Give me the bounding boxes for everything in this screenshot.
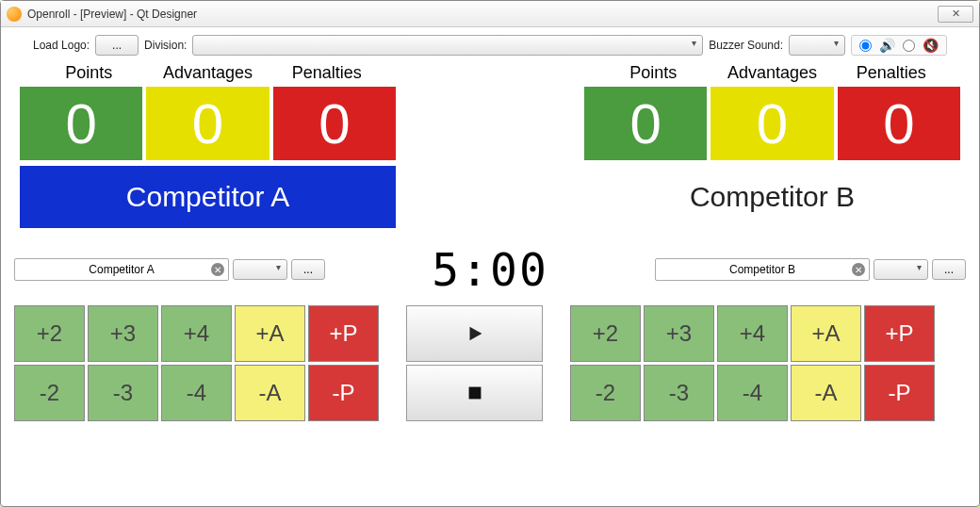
competitor-a-panel: Points Advantages Penalties 0 0 0 Compet… [20, 63, 396, 228]
b-minusP[interactable]: -P [864, 365, 935, 421]
sound-off-radio[interactable] [903, 40, 915, 52]
stop-icon [465, 383, 485, 403]
buzzer-label: Buzzer Sound: [709, 39, 783, 52]
b-plusA[interactable]: +A [791, 305, 861, 362]
window-title: Openroll - [Preview] - Qt Designer [27, 8, 197, 21]
svg-rect-1 [468, 387, 481, 400]
clear-a-icon[interactable]: ✕ [211, 263, 224, 276]
sound-off-icon: 🔇 [923, 38, 939, 53]
stop-button[interactable] [406, 365, 543, 421]
competitor-a-name: Competitor A [20, 166, 396, 228]
competitor-b-input-group: Competitor B ✕ ... [655, 258, 966, 281]
competitor-a-input[interactable]: Competitor A ✕ [14, 258, 229, 281]
buzzer-select[interactable] [789, 35, 845, 56]
a-plus4[interactable]: +4 [161, 305, 232, 362]
advantages-b: 0 [710, 87, 833, 160]
a-plus2[interactable]: +2 [14, 305, 85, 362]
penalties-header-b: Penalties [832, 63, 951, 83]
app-window: Openroll - [Preview] - Qt Designer ✕ Loa… [0, 0, 980, 507]
points-b: 0 [584, 87, 707, 160]
titlebar: Openroll - [Preview] - Qt Designer ✕ [1, 1, 979, 27]
a-plus3[interactable]: +3 [88, 305, 158, 362]
competitor-b-name: Competitor B [584, 166, 960, 228]
top-toolbar: Load Logo: ... Division: Buzzer Sound: 🔊… [14, 35, 966, 56]
b-plusP[interactable]: +P [864, 305, 935, 362]
competitor-b-panel: Points Advantages Penalties 0 0 0 Compet… [584, 63, 960, 228]
division-label: Division: [144, 39, 187, 52]
timer-display: 5:00 [333, 243, 647, 296]
a-minusA[interactable]: -A [235, 365, 305, 421]
svg-marker-0 [469, 327, 482, 341]
load-logo-button[interactable]: ... [95, 35, 139, 56]
points-a: 0 [20, 87, 142, 160]
a-minus4[interactable]: -4 [161, 365, 232, 421]
competitor-a-flag-select[interactable] [233, 259, 287, 280]
competitor-a-browse[interactable]: ... [291, 259, 325, 280]
clear-b-icon[interactable]: ✕ [852, 263, 865, 276]
competitor-a-input-text: Competitor A [89, 263, 154, 276]
b-minus3[interactable]: -3 [644, 365, 714, 421]
points-header-b: Points [594, 63, 712, 83]
advantages-a: 0 [146, 87, 269, 160]
play-icon [465, 323, 485, 344]
sound-on-icon: 🔊 [879, 38, 895, 53]
app-icon [7, 7, 22, 22]
b-minus4[interactable]: -4 [717, 365, 788, 421]
a-minusP[interactable]: -P [308, 365, 379, 421]
b-plus4[interactable]: +4 [717, 305, 788, 362]
load-logo-label: Load Logo: [33, 39, 90, 52]
division-select[interactable] [192, 35, 703, 56]
a-plusP[interactable]: +P [308, 305, 379, 362]
penalties-b: 0 [838, 87, 960, 160]
close-button[interactable]: ✕ [938, 6, 973, 23]
advantages-header-b: Advantages [712, 63, 831, 83]
a-minus3[interactable]: -3 [88, 365, 158, 421]
b-minus2[interactable]: -2 [570, 365, 641, 421]
sound-radio-group: 🔊 🔇 [851, 35, 947, 56]
competitor-a-input-group: Competitor A ✕ ... [14, 258, 325, 281]
competitor-b-input[interactable]: Competitor B ✕ [655, 258, 870, 281]
b-plus2[interactable]: +2 [570, 305, 641, 362]
penalties-header-a: Penalties [268, 63, 386, 83]
b-minusA[interactable]: -A [791, 365, 861, 421]
play-button[interactable] [406, 305, 543, 362]
penalties-a: 0 [273, 87, 396, 160]
sound-on-radio[interactable] [859, 40, 872, 52]
b-plus3[interactable]: +3 [644, 305, 714, 362]
advantages-header-a: Advantages [148, 63, 267, 83]
competitor-b-browse[interactable]: ... [932, 259, 966, 280]
a-plusA[interactable]: +A [235, 305, 305, 362]
competitor-b-flag-select[interactable] [874, 259, 928, 280]
competitor-b-input-text: Competitor B [729, 263, 795, 276]
a-minus2[interactable]: -2 [14, 365, 85, 421]
points-header-a: Points [29, 63, 148, 83]
